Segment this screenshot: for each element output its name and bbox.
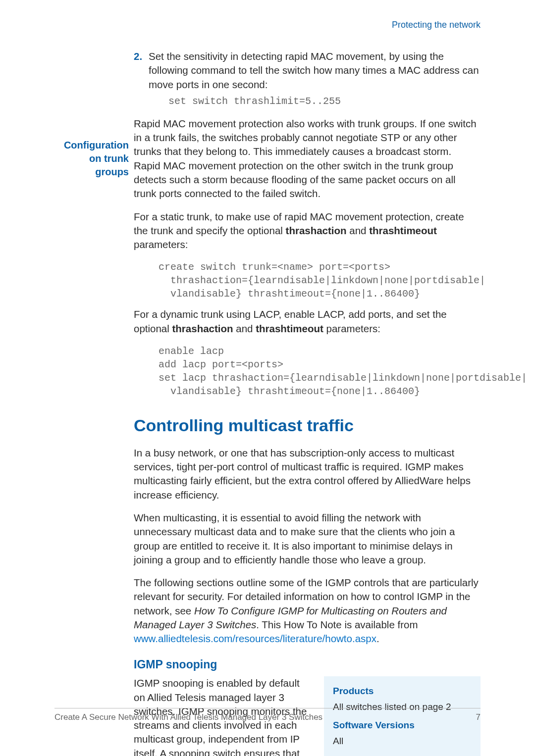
code-static-trunk: create switch trunk=<name> port=<ports> … (159, 260, 481, 301)
link-alliedtelesis[interactable]: www.alliedtelesis.com/resources/literatu… (134, 633, 376, 644)
step-number: 2. (134, 50, 149, 115)
bold-thrashtimeout: thrashtimeout (369, 225, 437, 236)
page-number: 7 (476, 712, 481, 722)
text: and (233, 323, 256, 334)
side-label-configuration: Configuration on trunk groups (54, 139, 129, 179)
bold-thrashaction: thrashaction (172, 323, 233, 334)
text: . This How To Note is available from (256, 619, 418, 630)
text: parameters: (134, 239, 188, 250)
config-paragraph-2: For a static trunk, to make use of rapid… (134, 210, 481, 252)
bold-thrashtimeout: thrashtimeout (256, 323, 323, 334)
page-footer: Create A Secure Network With Allied Tele… (54, 708, 481, 722)
info-versions-body: All (333, 734, 472, 748)
multicast-paragraph-3: The following sections outline some of t… (134, 576, 481, 646)
step-2: 2. Set the sensitivity in detecting rapi… (134, 50, 481, 115)
config-paragraph-1: Rapid MAC movement protection also works… (134, 117, 481, 201)
multicast-paragraph-2: When multicasting, it is essential to av… (134, 511, 481, 567)
heading-controlling-multicast: Controlling multicast traffic (134, 414, 481, 437)
info-products-heading: Products (333, 684, 472, 698)
text: . (376, 633, 379, 644)
page-header-right: Protecting the network (392, 20, 481, 30)
text: parameters: (323, 323, 380, 334)
footer-title: Create A Secure Network With Allied Tele… (54, 712, 322, 722)
config-paragraph-3: For a dynamic trunk using LACP, enable L… (134, 307, 481, 336)
heading-igmp-snooping: IGMP snooping (134, 657, 481, 673)
code-set-thrashlimit: set switch thrashlimit=5..255 (168, 95, 481, 108)
multicast-paragraph-1: In a busy network, or one that has subsc… (134, 446, 481, 502)
step-text: Set the sensitivity in detecting rapid M… (149, 50, 479, 90)
code-dynamic-trunk: enable lacp add lacp port=<ports> set la… (159, 345, 481, 398)
bold-thrashaction: thrashaction (286, 225, 347, 236)
text: and (347, 225, 370, 236)
